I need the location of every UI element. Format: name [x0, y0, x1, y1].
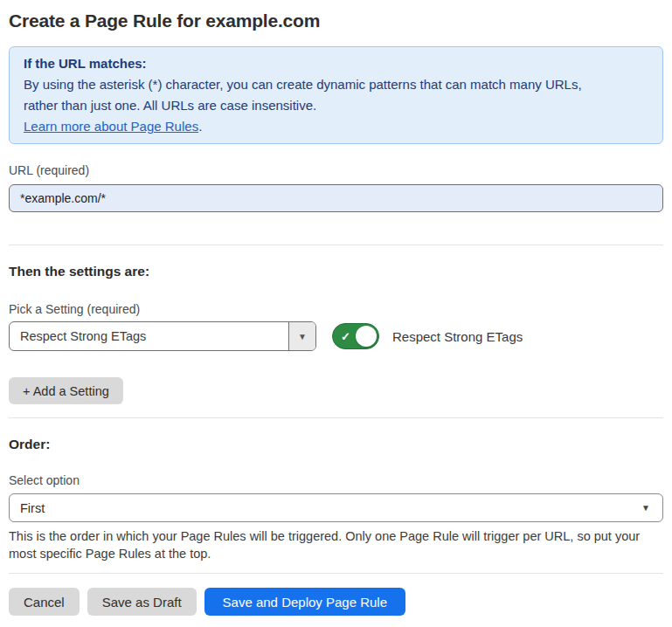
pick-setting-label: Pick a Setting (required)	[9, 302, 663, 316]
section-divider	[9, 245, 663, 245]
settings-section-heading: Then the settings are:	[9, 264, 663, 279]
footer-divider	[9, 573, 663, 574]
setting-select-arrow-button[interactable]: ▼	[288, 322, 315, 350]
page-title: Create a Page Rule for example.com	[9, 10, 663, 31]
page-rule-form: Create a Page Rule for example.com If th…	[0, 10, 672, 616]
check-icon: ✓	[341, 331, 350, 342]
setting-select-value: Respect Strong ETags	[10, 322, 288, 350]
learn-more-link[interactable]: Learn more about Page Rules	[24, 119, 198, 134]
add-setting-button[interactable]: + Add a Setting	[9, 377, 123, 404]
order-help-text: This is the order in which your Page Rul…	[9, 527, 663, 562]
setting-select[interactable]: Respect Strong ETags ▼	[9, 321, 316, 351]
info-box-link-line: Learn more about Page Rules.	[24, 116, 648, 137]
setting-row: Respect Strong ETags ▼ ✓ Respect Strong …	[9, 321, 663, 351]
cancel-button[interactable]: Cancel	[9, 588, 80, 616]
order-section-heading: Order:	[9, 437, 663, 452]
save-as-draft-button[interactable]: Save as Draft	[87, 588, 197, 616]
url-matches-info-box: If the URL matches: By using the asteris…	[9, 46, 663, 144]
order-select-value: First	[20, 501, 45, 515]
order-select[interactable]: First ▼	[9, 493, 663, 522]
save-and-deploy-button[interactable]: Save and Deploy Page Rule	[204, 588, 405, 616]
url-field-label: URL (required)	[9, 163, 663, 177]
chevron-down-icon: ▼	[298, 332, 307, 341]
url-input[interactable]	[9, 184, 663, 212]
section-divider	[9, 417, 663, 418]
select-option-label: Select option	[9, 473, 663, 487]
toggle-label: Respect Strong ETags	[392, 329, 523, 344]
info-box-heading: If the URL matches:	[24, 53, 648, 74]
chevron-down-icon: ▼	[641, 503, 650, 513]
info-box-body-line-1: By using the asterisk (*) character, you…	[24, 74, 648, 95]
link-suffix: .	[198, 119, 202, 134]
footer-actions: Cancel Save as Draft Save and Deploy Pag…	[9, 588, 663, 616]
info-box-body-line-2: rather than just one. All URLs are case …	[24, 95, 648, 116]
toggle-knob	[356, 326, 377, 347]
respect-strong-etags-toggle[interactable]: ✓	[332, 323, 379, 349]
